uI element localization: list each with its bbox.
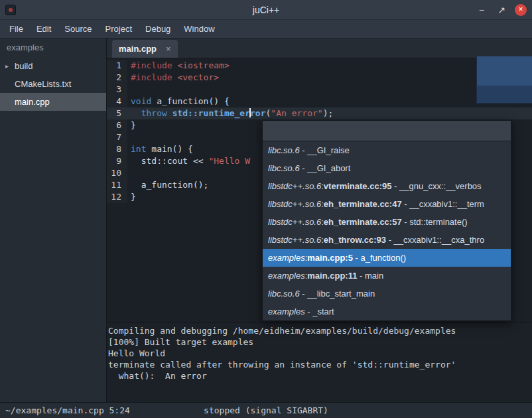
titlebar: juCi++ − ↗ ×: [0, 0, 532, 20]
line-number: 2: [107, 72, 127, 84]
terminal-line: [100%] Built target examples: [108, 336, 532, 348]
file-location: vterminate.cc:95: [324, 181, 392, 191]
sidebar-item-label: build: [15, 61, 33, 71]
code-text: throw std::runtime_error("An error");: [127, 107, 333, 119]
close-button[interactable]: ×: [515, 4, 527, 16]
line-number: 9: [107, 155, 127, 167]
module-name: libc.so.6: [268, 145, 300, 155]
module-name: libc.so.6: [268, 289, 300, 299]
menu-file[interactable]: File: [3, 21, 30, 36]
code-text: std::cout << "Hello W: [127, 155, 250, 167]
code-text: [127, 167, 131, 179]
code-text: void a_function() {: [127, 96, 230, 107]
code-line: 4void a_function() {: [107, 96, 532, 107]
code-line: 5 throw std::runtime_error("An error");: [107, 107, 532, 119]
sidebar-item-label: CMakeLists.txt: [15, 79, 71, 89]
code-line: 1#include <iostream>: [107, 60, 532, 72]
file-location: eh_terminate.cc:57: [324, 217, 402, 227]
function-name: - std::terminate(): [402, 217, 468, 227]
line-number: 5: [107, 107, 127, 119]
line-number: 4: [107, 96, 127, 107]
output-terminal[interactable]: Compiling and debugging /home/eidheim/ex…: [107, 322, 532, 402]
module-name: examples: [268, 307, 305, 316]
code-token: <iostream>: [177, 60, 229, 70]
file-explorer: examples ▸buildCMakeLists.txtmain.cpp: [0, 38, 107, 402]
backtrace-popup: libc.so.6 - __GI_raiselibc.so.6 - __GI_a…: [262, 120, 511, 321]
tab-main-cpp[interactable]: main.cpp ×: [112, 40, 178, 58]
code-text: }: [127, 119, 136, 131]
function-name: - a_function(): [353, 253, 406, 263]
window-controls: − ↗ ×: [475, 3, 527, 17]
code-token: #include: [131, 60, 172, 70]
menubar: FileEditSourceProjectDebugWindow: [0, 20, 532, 38]
menu-source[interactable]: Source: [58, 21, 98, 36]
menu-edit[interactable]: Edit: [30, 21, 58, 36]
minimize-button[interactable]: −: [475, 3, 488, 17]
code-text: a_function();: [127, 179, 208, 191]
code-line: 2#include <vector>: [107, 72, 532, 84]
backtrace-item[interactable]: libstdc++.so.6:eh_throw.cc:93 - __cxxabi…: [263, 231, 511, 249]
maximize-button[interactable]: ↗: [495, 3, 508, 17]
code-text: #include <vector>: [127, 72, 219, 84]
backtrace-list: libc.so.6 - __GI_raiselibc.so.6 - __GI_a…: [263, 141, 511, 320]
terminal-line: terminate called after throwing an insta…: [108, 359, 532, 370]
sidebar-item-label: main.cpp: [15, 97, 50, 107]
module-name: libstdc++.so.6: [268, 181, 321, 191]
function-name: - __libc_start_main: [300, 289, 375, 299]
code-token: void: [131, 96, 151, 106]
code-token: "Hello W: [208, 156, 250, 166]
backtrace-item[interactable]: examples:main.cpp:11 - main: [263, 267, 511, 285]
code-text: #include <iostream>: [127, 60, 230, 72]
code-token: }: [131, 120, 136, 130]
backtrace-item[interactable]: examples:main.cpp:5 - a_function(): [263, 249, 511, 267]
code-token: }: [131, 192, 136, 202]
menu-window[interactable]: Window: [177, 21, 221, 36]
backtrace-item[interactable]: libc.so.6 - __GI_abort: [263, 159, 511, 177]
debug-tooltip: [476, 56, 532, 104]
code-text: [127, 131, 131, 143]
module-name: libstdc++.so.6: [268, 199, 321, 209]
backtrace-item[interactable]: libstdc++.so.6:vterminate.cc:95 - __gnu_…: [263, 177, 511, 195]
function-name: - __GI_abort: [300, 163, 351, 173]
code-token: #include: [131, 72, 172, 82]
line-number: 12: [107, 191, 127, 203]
function-name: - __GI_raise: [300, 145, 350, 155]
sidebar-item-build[interactable]: ▸build: [0, 57, 106, 75]
tab-label: main.cpp: [119, 44, 157, 54]
backtrace-item[interactable]: libc.so.6 - __GI_raise: [263, 141, 511, 159]
project-name: examples: [0, 38, 106, 57]
code-text: }: [127, 191, 136, 203]
function-name: - _start: [305, 307, 334, 316]
code-token: throw: [141, 108, 167, 118]
line-number: 6: [107, 119, 127, 131]
file-list: ▸buildCMakeLists.txtmain.cpp: [0, 57, 106, 111]
sidebar-item-main-cpp[interactable]: main.cpp: [0, 93, 106, 111]
function-name: - __cxxabiv1::__term: [402, 199, 484, 209]
function-name: - __gnu_cxx::__verbos: [391, 181, 481, 191]
file-location: main.cpp:5: [307, 253, 353, 263]
backtrace-item[interactable]: libstdc++.so.6:eh_terminate.cc:57 - std:…: [263, 213, 511, 231]
file-location: eh_throw.cc:93: [324, 235, 386, 245]
tab-close-icon[interactable]: ×: [166, 44, 171, 54]
line-number: 8: [107, 143, 127, 155]
line-number: 3: [107, 84, 127, 96]
menu-project[interactable]: Project: [99, 21, 139, 36]
popup-header: [263, 121, 511, 141]
code-token: int: [131, 144, 146, 154]
backtrace-item[interactable]: examples - _start: [263, 303, 511, 320]
menu-debug[interactable]: Debug: [139, 21, 177, 36]
terminal-line: Compiling and debugging /home/eidheim/ex…: [108, 325, 532, 336]
module-name: examples: [268, 271, 305, 281]
file-location: main.cpp:11: [307, 271, 357, 281]
status-debug-state: stopped (signal SIGABRT): [0, 405, 532, 415]
line-number: 7: [107, 131, 127, 143]
app-icon: [5, 5, 16, 15]
sidebar-item-cmakelists-txt[interactable]: CMakeLists.txt: [0, 75, 106, 93]
terminal-line: Hello World: [108, 348, 532, 359]
code-token: );: [323, 108, 334, 118]
file-location: eh_terminate.cc:47: [324, 199, 402, 209]
backtrace-item[interactable]: libstdc++.so.6:eh_terminate.cc:47 - __cx…: [263, 195, 511, 213]
backtrace-item[interactable]: libc.so.6 - __libc_start_main: [263, 285, 511, 303]
app-window: juCi++ − ↗ × FileEditSourceProjectDebugW…: [0, 0, 532, 418]
module-name: libstdc++.so.6: [268, 235, 321, 245]
